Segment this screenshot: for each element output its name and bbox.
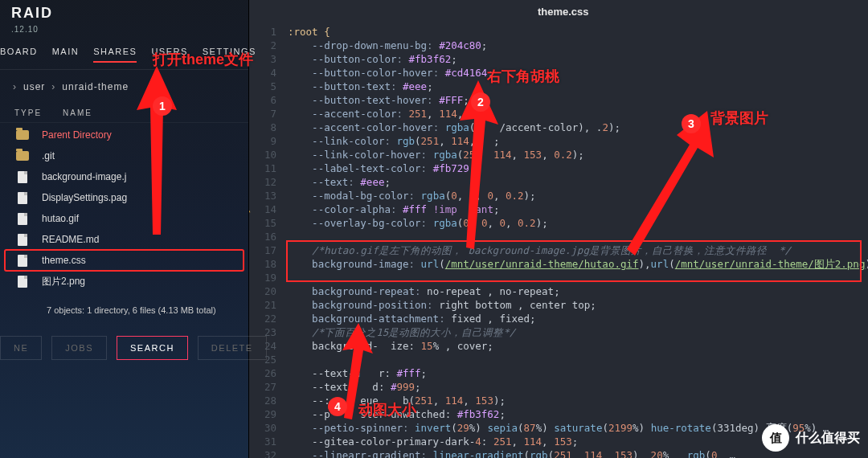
version-label: .12.10 [0,25,248,40]
col-type: TYPE [14,108,47,117]
code-line[interactable]: /*hutao.gif是左下角的动图， background-image.jpg… [288,243,868,257]
jobs-button[interactable]: JOBS [51,336,107,360]
file-name: 图片2.png [42,275,234,288]
file-name: DisplaySettings.pag [42,192,234,203]
nav-tab[interactable]: BOARD [0,47,38,63]
file-name: hutao.gif [42,213,234,224]
file-browser-panel: RAID .12.10 BOARDMAINSHARESUSERSSETTINGS… [0,0,249,458]
code-line[interactable]: --label-text-color: #fb729 [288,162,868,175]
file-icon [14,170,31,183]
watermark: 值 什么值得买 [762,424,860,452]
code-line[interactable]: --button-text: #eee; [288,80,868,93]
col-name: NAME [63,108,92,117]
search-button[interactable]: SEARCH [117,336,188,360]
code-line[interactable]: --button-color: #fb3f62; [288,52,868,66]
chevron-icon: › [13,81,17,92]
file-row[interactable]: .git [5,145,244,166]
code-line[interactable]: --: eue b(251, 114, 153); [288,394,868,407]
file-name: .git [42,150,234,162]
code-line[interactable]: background-repeat: no-repeat , no-repeat… [288,284,868,298]
watermark-badge-icon: 值 [762,424,789,452]
one-button[interactable]: NE [0,336,42,360]
code-line[interactable]: --modal-bg-color: rgba(0, , 0, 0.2); [288,189,868,202]
line-gutter: 1234567891011121314151617181920212223242… [249,23,285,458]
code-area[interactable]: :root { --drop-down-menu-bg: #204c80; --… [285,23,868,458]
code-line[interactable]: --accent-color-hover: rgba(v /accent-col… [288,121,868,134]
file-row[interactable]: Parent Directory [5,125,244,145]
file-name: Parent Directory [42,129,234,141]
chevron-icon: › [51,81,55,92]
nav-tab[interactable]: USERS [151,47,187,63]
code-line[interactable]: --text: #eee; [288,175,868,189]
file-icon [14,212,31,225]
file-list-header: TYPE NAME [0,104,248,123]
folder-icon [14,129,31,141]
code-line[interactable]: --color-alpha: #fff !imp tant; [288,202,868,216]
editor-filename: theme.css [249,0,868,23]
file-row[interactable]: background-image.j [5,166,244,187]
code-line[interactable]: --drop-down-menu-bg: #204c80; [288,39,868,52]
nav-tabs: BOARDMAINSHARESUSERSSETTINGS [0,40,248,70]
code-line[interactable]: background-attachment: fixed , fixed; [288,312,868,325]
code-line[interactable]: --button-color-hover: #cd4164; [288,66,868,80]
code-line[interactable] [288,230,868,243]
code-line[interactable]: background-position: right bottom , cent… [288,298,868,312]
file-row[interactable]: theme.css [5,250,244,271]
file-summary: 7 objects: 1 directory, 6 files (4.13 MB… [0,297,248,329]
code-line[interactable]: /*下面百分之15是动图的大小，自己调整*/ [288,325,868,339]
breadcrumb-seg[interactable]: unraid-theme [62,81,129,92]
code-line[interactable]: background- ize: 15% , cover; [288,339,868,353]
file-name: theme.css [42,255,234,266]
nav-tab[interactable]: SHARES [93,47,137,63]
code-line[interactable]: --accent-color: 251, 114, 153; [288,107,868,121]
file-icon [14,191,31,204]
code-line[interactable]: --p ster-unwatched: #fb3f62; [288,407,868,421]
nav-tab[interactable]: SETTINGS [203,47,256,63]
nav-tab[interactable]: MAIN [52,47,80,63]
action-bar: NE JOBS SEARCH DELETE [0,329,248,366]
file-icon [14,276,31,288]
code-editor[interactable]: 1234567891011121314151617181920212223242… [249,23,868,458]
breadcrumb[interactable]: › user › unraid-theme [0,70,248,104]
file-icon [14,233,31,246]
code-line[interactable]: --link-color: rgb(251, 114, ; [288,134,868,148]
code-line[interactable] [288,353,868,366]
breadcrumb-seg[interactable]: user [23,81,45,92]
code-line[interactable]: --button-text-hover: #FFF; [288,93,868,107]
watermark-text: 什么值得买 [796,430,860,447]
code-line[interactable]: --text d: #999; [288,380,868,394]
file-name: background-image.j [42,171,234,182]
file-row[interactable]: 图片2.png [5,271,244,292]
code-line[interactable]: --text-h r: #fff; [288,366,868,380]
code-line[interactable]: --overlay-bg-color: rgba(0, 0, 0, 0.2); [288,216,868,230]
brand-title: RAID [0,0,248,25]
code-line[interactable]: :root { [288,25,868,39]
folder-icon [14,149,31,162]
code-editor-panel: theme.css 123456789101112131415161718192… [249,0,868,458]
file-list: Parent Directory.gitbackground-image.jDi… [0,123,248,297]
file-name: README.md [42,234,234,245]
file-row[interactable]: hutao.gif [5,208,244,229]
code-line[interactable] [288,271,868,284]
file-icon [14,254,31,267]
code-line[interactable]: background-image: url(/mnt/user/unraid-t… [288,257,868,271]
file-row[interactable]: DisplaySettings.pag [5,187,244,208]
file-row[interactable]: README.md [5,229,244,250]
code-line[interactable]: --link-color-hover: rgba(25 114, 153, 0.… [288,148,868,162]
